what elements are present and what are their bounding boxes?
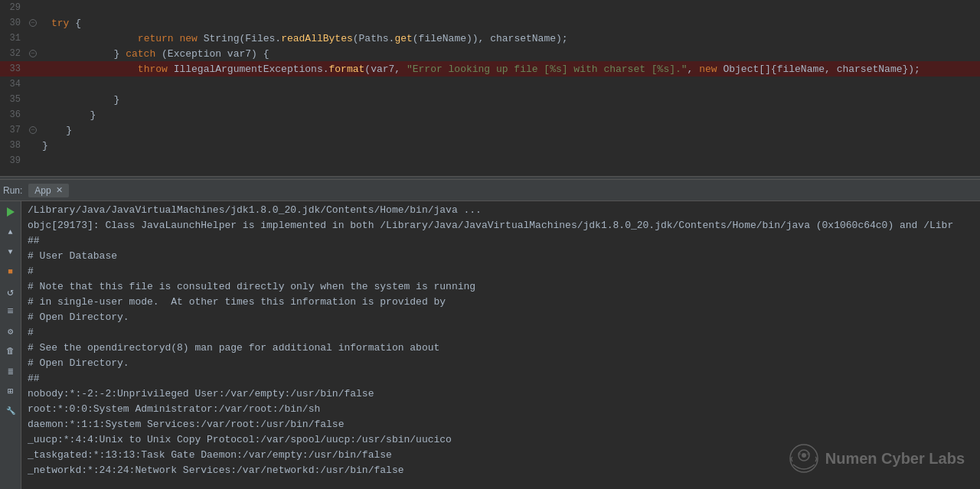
fold-gutter-37[interactable]: [27, 126, 39, 134]
output-line-5: #: [28, 266, 974, 281]
numen-logo: Numen Cyber Labs: [789, 443, 965, 474]
run-label: Run:: [3, 185, 22, 196]
run-tab-name: App: [34, 185, 51, 196]
code-line-33: 33 throw IllegalArgumentExceptions.forma…: [0, 61, 980, 77]
line-number-35: 35: [0, 94, 27, 105]
output-line-12: ##: [28, 373, 974, 388]
tools-button[interactable]: [3, 403, 18, 419]
code-content-30: try {: [39, 18, 980, 29]
layout-icon: [8, 386, 13, 397]
line-number-39: 39: [0, 155, 27, 166]
code-line-30: 30 try {: [0, 15, 980, 31]
output-line-13: nobody:*:-2:-2:Unprivileged User:/var/em…: [28, 388, 974, 403]
numen-logo-icon: [789, 443, 819, 474]
output-line-14: root:*:0:0:System Administrator:/var/roo…: [28, 403, 974, 419]
code-line-38: 38 }: [0, 138, 980, 153]
code-line-34: 34: [0, 77, 980, 92]
code-line-35: 35 }: [0, 92, 980, 107]
code-line-31: 31 return new String(Files.readAllBytes(…: [0, 31, 980, 46]
play-icon: [5, 206, 17, 218]
code-line-32: 32 } catch (Exception var7) {: [0, 46, 980, 61]
line-number-30: 30: [0, 18, 27, 28]
down-arrow-icon: [8, 246, 12, 257]
output-line-11: # Open Directory.: [28, 357, 974, 373]
tree-icon: [8, 366, 13, 377]
run-tab-app[interactable]: App ✕: [28, 184, 68, 197]
svg-point-4: [807, 452, 810, 455]
tree-view-button[interactable]: [3, 363, 18, 379]
output-line-4: # User Database: [28, 250, 974, 266]
layout-button[interactable]: [3, 383, 18, 399]
settings-button[interactable]: [3, 324, 18, 339]
output-line-1: /Library/Java/JavaVirtualMachines/jdk1.8…: [28, 204, 974, 220]
code-line-29: 29: [0, 0, 980, 15]
stop-icon: [8, 266, 13, 277]
svg-point-0: [790, 445, 818, 472]
scroll-up-button[interactable]: [3, 224, 18, 240]
numen-logo-text: Numen Cyber Labs: [825, 450, 965, 468]
code-content-36: }: [39, 109, 980, 121]
output-line-7: # in single-user mode. At other times th…: [28, 296, 974, 311]
code-line-39: 39: [0, 153, 980, 168]
line-number-29: 29: [0, 2, 27, 13]
output-line-10: # See the opendirectoryd(8) man page for…: [28, 342, 974, 357]
output-line-6: # Note that this file is consulted direc…: [28, 281, 974, 296]
code-content-33: throw IllegalArgumentExceptions.format(v…: [39, 64, 980, 75]
output-line-8: # Open Directory.: [28, 311, 974, 327]
trash-icon: [6, 346, 15, 357]
line-number-36: 36: [0, 109, 27, 120]
code-content-37: }: [39, 125, 980, 136]
code-content-38: }: [39, 140, 980, 152]
output-line-15: daemon:*:1:1:System Services:/var/root:/…: [28, 419, 974, 434]
code-editor: 29 30 try { 31 return new String(Files.r…: [0, 0, 980, 176]
code-content-32: } catch (Exception var7) {: [39, 48, 980, 60]
clear-button[interactable]: [3, 344, 18, 359]
fold-icon-32[interactable]: [29, 50, 37, 57]
up-arrow-icon: [8, 227, 12, 237]
filter-button[interactable]: [3, 304, 18, 319]
code-line-37: 37 }: [0, 122, 980, 138]
filter-icon: [7, 305, 13, 318]
wrench-icon: [6, 406, 15, 416]
run-tab-close-button[interactable]: ✕: [56, 185, 63, 195]
line-number-33: 33: [0, 64, 27, 74]
rerun-button[interactable]: [3, 284, 18, 299]
rerun-icon: [7, 285, 13, 298]
output-line-3: ##: [28, 235, 974, 250]
output-line-2: objc[29173]: Class JavaLaunchHelper is i…: [28, 220, 974, 235]
fold-icon-37[interactable]: [29, 126, 37, 134]
fold-gutter-32[interactable]: [27, 50, 39, 57]
line-number-34: 34: [0, 79, 27, 90]
code-content-31: return new String(Files.readAllBytes(Pat…: [39, 33, 980, 44]
line-number-31: 31: [0, 33, 27, 44]
run-header: Run: App ✕: [0, 180, 980, 201]
svg-point-2: [802, 453, 806, 458]
fold-gutter-30[interactable]: [27, 19, 39, 27]
line-number-37: 37: [0, 125, 27, 135]
line-number-32: 32: [0, 48, 27, 59]
svg-point-3: [798, 452, 801, 455]
line-number-38: 38: [0, 140, 27, 151]
scroll-down-button[interactable]: [3, 244, 18, 259]
settings-icon: [8, 326, 13, 337]
code-line-36: 36 }: [0, 107, 980, 122]
stop-button[interactable]: [3, 264, 18, 279]
run-play-button[interactable]: [3, 204, 18, 220]
fold-icon-30[interactable]: [29, 19, 37, 27]
code-content-35: }: [39, 94, 980, 106]
output-line-9: #: [28, 327, 974, 342]
run-sidebar: [0, 201, 21, 489]
